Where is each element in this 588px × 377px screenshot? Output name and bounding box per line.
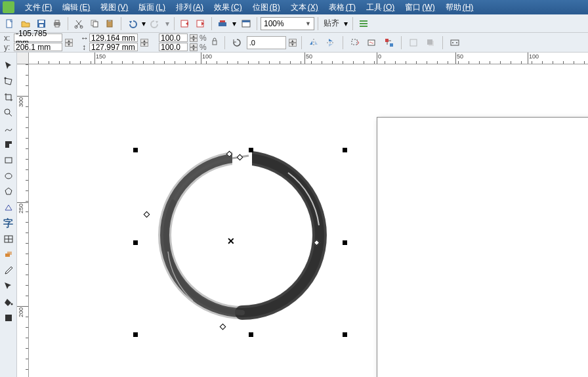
eyedropper-tool[interactable]	[2, 264, 15, 277]
svg-rect-38	[5, 315, 12, 321]
size-spinner[interactable]: ▲▼	[140, 39, 148, 47]
scale-y-spinner[interactable]: ▲▼	[190, 43, 198, 51]
angle-spinner[interactable]: ▲▼	[289, 39, 297, 47]
new-button[interactable]	[3, 16, 17, 31]
svg-point-30	[4, 78, 6, 79]
smart-fill-tool[interactable]	[2, 138, 15, 151]
shape-tool[interactable]	[2, 75, 15, 88]
ellipse-tool[interactable]	[2, 169, 15, 183]
handle-sw[interactable]	[133, 332, 138, 337]
zoom-tool[interactable]	[2, 106, 15, 120]
wrap-text-button[interactable]	[406, 35, 421, 50]
fill-tool[interactable]	[2, 296, 15, 309]
node-top[interactable]	[237, 154, 243, 161]
menu-help[interactable]: 帮助(H)	[440, 0, 479, 14]
ruler-vertical[interactable]: 300250200150	[17, 64, 29, 377]
zoom-select[interactable]: 100%▼	[261, 17, 314, 30]
separator-icon	[257, 17, 257, 30]
mirror-h-button[interactable]	[306, 35, 321, 50]
separator-icon	[318, 17, 318, 30]
node-left[interactable]	[144, 211, 150, 218]
export-button[interactable]	[194, 16, 208, 31]
snap-drop-button[interactable]: ▾	[343, 16, 349, 31]
undo-drop-button[interactable]: ▾	[140, 16, 147, 31]
welcome-button[interactable]	[239, 16, 253, 31]
menu-effects[interactable]: 效果(C)	[209, 0, 247, 14]
ruler-origin[interactable]	[17, 53, 29, 64]
scale-y-input[interactable]: 100.0	[159, 43, 188, 51]
options-button[interactable]	[356, 16, 371, 31]
pick-tool[interactable]	[2, 59, 15, 72]
menu-bitmap[interactable]: 位图(B)	[247, 0, 285, 14]
menu-tools[interactable]: 工具(O)	[361, 0, 400, 14]
node-top-open[interactable]	[226, 151, 233, 158]
width-icon: ↔	[81, 33, 87, 43]
canvas[interactable]: ✕	[29, 64, 588, 377]
svg-point-37	[10, 303, 12, 305]
to-front-button[interactable]	[423, 35, 438, 50]
menu-table[interactable]: 表格(T)	[324, 0, 361, 14]
import-button[interactable]	[178, 16, 192, 31]
width-input[interactable]: 129.164 mm	[89, 33, 138, 42]
menu-text[interactable]: 文本(X)	[285, 0, 324, 14]
resample-button[interactable]	[382, 35, 396, 50]
node-right[interactable]	[314, 240, 320, 246]
x-input[interactable]: -105.785 mm	[14, 33, 62, 42]
cut-button[interactable]	[72, 16, 86, 31]
menu-edit[interactable]: 编辑(E)	[57, 0, 95, 14]
app-drop-button[interactable]: ▾	[231, 16, 238, 31]
table-tool[interactable]	[2, 233, 15, 246]
polygon-tool[interactable]	[2, 185, 15, 198]
menu-bar: 文件(F) 编辑(E) 视图(V) 版面(L) 排列(A) 效果(C) 位图(B…	[0, 0, 588, 14]
separator-icon	[211, 17, 212, 30]
undo-button[interactable]	[125, 16, 139, 31]
handle-se[interactable]	[343, 332, 347, 337]
menu-file[interactable]: 文件(F)	[20, 0, 57, 14]
text-tool[interactable]: 字	[2, 217, 15, 230]
crop-tool[interactable]	[2, 91, 15, 104]
main-area: 字 15010050050100150 300250200150	[0, 53, 588, 377]
y-input[interactable]: 206.1 mm	[14, 43, 62, 51]
paste-button[interactable]	[103, 16, 117, 31]
rectangle-tool[interactable]	[2, 154, 15, 167]
convert-button[interactable]	[448, 35, 462, 50]
lock-ratio-button[interactable]	[209, 34, 220, 51]
menu-window[interactable]: 窗口(W)	[400, 0, 440, 14]
handle-e[interactable]	[343, 240, 347, 245]
position-spinner[interactable]: ▲▼	[65, 39, 73, 47]
redo-button[interactable]	[148, 16, 163, 31]
svg-rect-36	[7, 252, 12, 255]
handle-w[interactable]	[133, 240, 138, 245]
svg-rect-5	[55, 20, 59, 22]
node-bottom[interactable]	[220, 324, 226, 330]
outline-tool[interactable]	[2, 280, 15, 293]
freehand-tool[interactable]	[2, 122, 15, 135]
app-launcher-button[interactable]	[215, 16, 230, 31]
scale-x-input[interactable]: 100.0	[159, 33, 188, 42]
height-input[interactable]: 127.997 mm	[89, 43, 138, 51]
basic-shapes-tool[interactable]	[2, 201, 15, 214]
svg-rect-6	[55, 25, 59, 27]
menu-arrange[interactable]: 排列(A)	[171, 0, 209, 14]
svg-point-33	[5, 173, 12, 179]
angle-input[interactable]	[247, 36, 286, 49]
interactive-fill-tool[interactable]	[2, 311, 15, 324]
svg-rect-18	[242, 20, 250, 22]
dimension-tool[interactable]	[2, 248, 15, 261]
height-icon: ↕	[81, 43, 87, 52]
handle-ne[interactable]	[343, 148, 347, 152]
menu-layout[interactable]: 版面(L)	[133, 0, 171, 14]
ruler-horizontal[interactable]: 15010050050100150	[17, 53, 588, 64]
scale-x-spinner[interactable]: ▲▼	[190, 34, 198, 42]
handle-nw[interactable]	[133, 148, 138, 152]
handle-n[interactable]	[249, 148, 253, 152]
crop-button[interactable]	[348, 35, 362, 50]
trace-button[interactable]	[365, 35, 379, 50]
redo-drop-button[interactable]: ▾	[164, 16, 171, 31]
copy-button[interactable]	[87, 16, 102, 31]
menu-view[interactable]: 视图(V)	[95, 0, 133, 14]
mirror-v-button[interactable]	[324, 35, 338, 50]
handle-s[interactable]	[249, 332, 253, 337]
svg-rect-12	[108, 20, 111, 22]
brush-circle-object[interactable]	[154, 146, 331, 324]
